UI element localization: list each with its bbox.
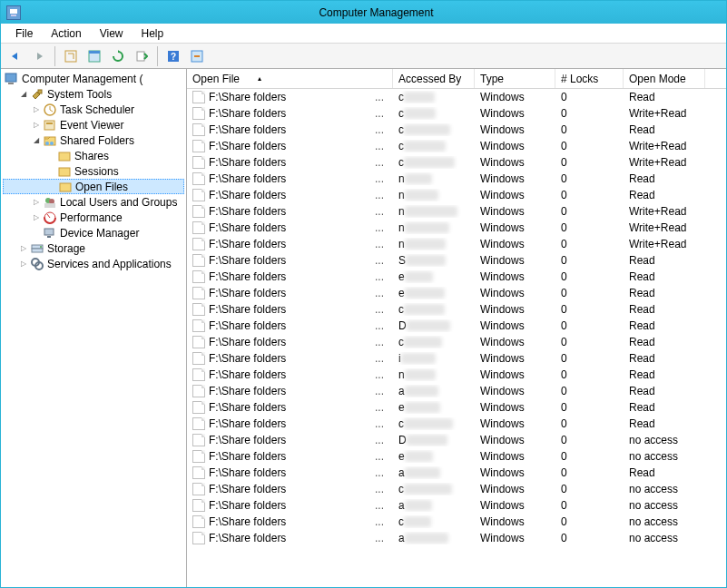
file-icon: [192, 483, 205, 495]
cell-mode: Read: [624, 303, 705, 316]
column-accessed-by[interactable]: Accessed By: [393, 69, 475, 88]
table-row[interactable]: F:\Share folders...SxxxxWindows0Read: [187, 252, 726, 269]
expander-icon[interactable]: [30, 211, 43, 224]
table-row[interactable]: F:\Share folders...cxxxxWindows0Write+Re…: [187, 154, 726, 171]
table-row[interactable]: F:\Share folders...nxxxxWindows0Read: [187, 171, 726, 187]
tree-task-scheduler[interactable]: Task Scheduler: [3, 102, 184, 117]
table-row[interactable]: F:\Share folders...DxxxxWindows0no acces…: [187, 432, 726, 448]
cell-type: Windows: [475, 515, 555, 528]
table-row[interactable]: F:\Share folders...axxxxWindows0no acces…: [187, 497, 726, 514]
table-row[interactable]: F:\Share folders...axxxxWindows0Read: [187, 383, 726, 399]
cell-file: F:\Share folders: [209, 140, 286, 152]
cell-mode: Read: [624, 466, 705, 479]
tree-storage[interactable]: Storage: [3, 240, 184, 256]
table-row[interactable]: F:\Share folders...cxxxxWindows0Write+Re…: [187, 138, 726, 154]
cell-type: Windows: [475, 172, 555, 185]
cell-accessed-by: cxxxx: [393, 483, 475, 495]
table-row[interactable]: F:\Share folders...axxxxWindows0Read: [187, 465, 726, 481]
tree-open-files[interactable]: Open Files: [3, 179, 184, 194]
table-row[interactable]: F:\Share folders...nxxxxWindows0Read: [187, 187, 726, 203]
cell-locks: 0: [555, 450, 624, 463]
svg-rect-12: [38, 90, 42, 93]
expander-icon[interactable]: [17, 88, 30, 101]
local-users-icon: [43, 195, 57, 210]
file-icon: [192, 319, 205, 332]
menu-file[interactable]: File: [6, 25, 42, 42]
table-row[interactable]: F:\Share folders...nxxxxWindows0Write+Re…: [187, 203, 726, 220]
back-button[interactable]: [5, 46, 26, 66]
cell-accessed-by: exxxx: [393, 270, 475, 283]
expander-icon[interactable]: [30, 119, 43, 132]
table-row[interactable]: F:\Share folders...exxxxWindows0Read: [187, 269, 726, 285]
column-open-file[interactable]: Open File▴: [187, 69, 393, 88]
disconnect-all-button[interactable]: [186, 46, 208, 66]
table-row[interactable]: F:\Share folders...nxxxxWindows0Read: [187, 367, 726, 383]
menu-view[interactable]: View: [91, 25, 133, 42]
column-locks[interactable]: # Locks: [555, 69, 624, 88]
menu-help[interactable]: Help: [133, 25, 173, 42]
tree-local-users[interactable]: Local Users and Groups: [3, 194, 184, 210]
cell-mode: Read: [624, 270, 705, 283]
cell-file: F:\Share folders: [209, 499, 286, 512]
column-type[interactable]: Type: [475, 69, 555, 88]
table-row[interactable]: F:\Share folders...axxxxWindows0no acces…: [187, 530, 726, 546]
task-scheduler-icon: [43, 103, 57, 117]
computer-management-icon: [5, 72, 19, 86]
refresh-button[interactable]: [107, 46, 129, 66]
cell-mode: Read: [624, 91, 705, 103]
expander-icon[interactable]: [30, 196, 43, 209]
cell-accessed-by: ixxxx: [393, 352, 475, 365]
table-row[interactable]: F:\Share folders...exxxxWindows0Read: [187, 285, 726, 301]
forward-button[interactable]: [28, 46, 50, 66]
cell-file: F:\Share folders: [209, 450, 286, 463]
expander-icon[interactable]: [17, 258, 30, 270]
menu-action[interactable]: Action: [42, 25, 90, 42]
table-row[interactable]: F:\Share folders...DxxxxWindows0Read: [187, 318, 726, 334]
expander-icon[interactable]: [17, 242, 30, 255]
table-row[interactable]: F:\Share folders...exxxxWindows0Read: [187, 399, 726, 416]
tree-sessions[interactable]: Sessions: [3, 163, 184, 179]
show-hide-button[interactable]: [60, 46, 82, 66]
properties-button[interactable]: [84, 46, 105, 66]
table-row[interactable]: F:\Share folders...nxxxxWindows0Write+Re…: [187, 220, 726, 236]
tree-root[interactable]: Computer Management (: [3, 71, 184, 86]
table-row[interactable]: F:\Share folders...cxxxxWindows0Read: [187, 301, 726, 318]
column-open-mode[interactable]: Open Mode: [624, 69, 705, 88]
tree-event-viewer[interactable]: Event Viewer: [3, 117, 184, 132]
table-row[interactable]: F:\Share folders...cxxxxWindows0Read: [187, 122, 726, 138]
table-row[interactable]: F:\Share folders...nxxxxWindows0Write+Re…: [187, 236, 726, 252]
cell-accessed-by: nxxxx: [393, 189, 475, 201]
table-row[interactable]: F:\Share folders...cxxxxWindows0Read: [187, 416, 726, 432]
tree-services[interactable]: Services and Applications: [3, 256, 184, 271]
tree-device-manager[interactable]: Device Manager: [3, 225, 184, 240]
table-row[interactable]: F:\Share folders...ixxxxWindows0Read: [187, 350, 726, 367]
cell-accessed-by: cxxxx: [393, 123, 475, 136]
sessions-icon: [57, 164, 72, 179]
tree-shared-folders[interactable]: Shared Folders: [3, 132, 184, 148]
svg-rect-5: [89, 51, 100, 54]
cell-locks: 0: [555, 205, 624, 218]
table-row[interactable]: F:\Share folders...cxxxxWindows0no acces…: [187, 481, 726, 497]
expander-icon[interactable]: [30, 134, 43, 147]
export-list-button[interactable]: [131, 46, 152, 66]
table-row[interactable]: F:\Share folders...cxxxxWindows0Read: [187, 89, 726, 105]
list-body[interactable]: F:\Share folders...cxxxxWindows0ReadF:\S…: [187, 89, 726, 587]
table-row[interactable]: F:\Share folders...cxxxxWindows0Read: [187, 334, 726, 350]
cell-mode: Write+Read: [624, 238, 705, 250]
table-row[interactable]: F:\Share folders...cxxxxWindows0no acces…: [187, 514, 726, 530]
cell-type: Windows: [475, 303, 555, 316]
table-row[interactable]: F:\Share folders...cxxxxWindows0Write+Re…: [187, 105, 726, 122]
svg-rect-15: [46, 122, 53, 124]
cell-accessed-by: axxxx: [393, 499, 475, 512]
help-button[interactable]: ?: [162, 46, 184, 66]
navigation-tree[interactable]: Computer Management ( System Tools Task …: [1, 69, 187, 587]
tree-performance[interactable]: Performance: [3, 210, 184, 225]
tree-shares[interactable]: Shares: [3, 148, 184, 163]
cell-mode: Write+Read: [624, 156, 705, 169]
cell-type: Windows: [475, 336, 555, 348]
expander-icon[interactable]: [30, 103, 43, 116]
tree-system-tools[interactable]: System Tools: [3, 86, 184, 102]
cell-accessed-by: exxxx: [393, 401, 475, 414]
tree-label: Services and Applications: [47, 258, 172, 270]
table-row[interactable]: F:\Share folders...exxxxWindows0no acces…: [187, 448, 726, 465]
